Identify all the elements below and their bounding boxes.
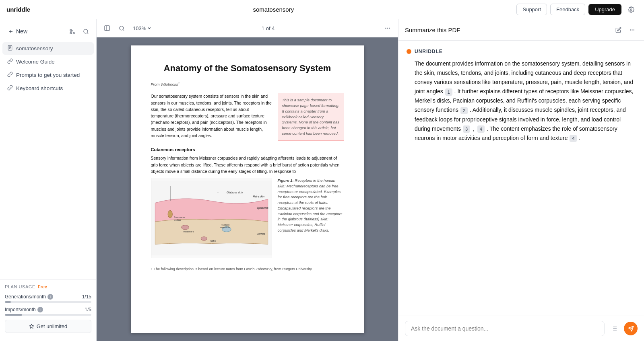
svg-point-16 xyxy=(387,28,388,29)
top-nav-left: unriddle xyxy=(6,6,30,13)
cite-badge-3[interactable]: 3 xyxy=(463,125,470,133)
upgrade-button[interactable]: Upgrade xyxy=(588,4,621,15)
send-icon xyxy=(628,326,634,332)
cite-badge-1[interactable]: 1 xyxy=(445,88,452,96)
settings-icon-button[interactable] xyxy=(625,3,638,16)
pdf-figure-area: Hairy skin – Glabrous skin Epidermis Der… xyxy=(151,178,344,258)
pdf-document-title: Anatomy of the Somatosensory System xyxy=(151,62,344,75)
sidebar-toggle-icon xyxy=(104,25,110,31)
svg-point-27 xyxy=(201,237,207,240)
cite-badge-4b[interactable]: 4 xyxy=(570,135,577,142)
svg-text:–: – xyxy=(217,191,219,194)
sidebar-item-welcome[interactable]: Welcome Guide xyxy=(2,55,94,68)
imports-info-icon[interactable]: i xyxy=(37,307,43,312)
svg-point-35 xyxy=(630,29,631,31)
sidebar-search-button[interactable] xyxy=(80,26,91,37)
imports-label: Imports/month i xyxy=(5,307,43,312)
svg-point-3 xyxy=(73,32,74,34)
sidebar-icon-group xyxy=(66,26,91,37)
pdf-toolbar-left: 103% xyxy=(101,23,154,34)
support-button[interactable]: Support xyxy=(516,4,547,15)
right-panel-more-button[interactable] xyxy=(626,24,638,35)
svg-point-36 xyxy=(632,29,633,31)
pdf-sidebar-note: This is a sample document to showcase pa… xyxy=(278,93,344,140)
sparkle-icon xyxy=(29,324,34,329)
cite-badge-2[interactable]: 2 xyxy=(460,107,468,114)
pdf-footer-note: 1 The following description is based on … xyxy=(151,264,344,272)
main-layout: New somatosensory Welcome Guide xyxy=(0,19,644,341)
sidebar-bottom: PLAN USAGE Free Generations/month i 1/15 xyxy=(0,279,96,338)
more-dots-icon-right xyxy=(629,27,635,33)
link-icon-2 xyxy=(7,72,13,78)
plan-usage-header: PLAN USAGE Free xyxy=(5,284,91,289)
right-panel-body: UNRIDDLE The document provides informati… xyxy=(398,41,644,316)
svg-point-6 xyxy=(83,29,87,33)
imports-header: Imports/month i 1/5 xyxy=(5,307,91,312)
send-button[interactable] xyxy=(624,322,638,335)
sidebar-item-label: Welcome Guide xyxy=(16,59,55,65)
svg-text:Ruffini: Ruffini xyxy=(209,240,216,242)
pdf-scroll[interactable]: Anatomy of the Somatosensory System From… xyxy=(97,37,398,341)
generations-info-icon[interactable]: i xyxy=(47,294,53,300)
sidebar: New somatosensory Welcome Guide xyxy=(0,19,97,341)
generations-progress-fill xyxy=(5,301,11,303)
doc-title-nav: somatosensory xyxy=(253,6,294,13)
sidebar-branch-button[interactable] xyxy=(66,26,78,37)
svg-text:ending: ending xyxy=(174,219,181,221)
get-unlimited-label: Get unlimited xyxy=(37,323,68,329)
pdf-toolbar-center: 1 of 4 xyxy=(262,25,275,31)
branch-icon xyxy=(69,29,75,35)
pdf-search-button[interactable] xyxy=(116,23,127,34)
top-nav: unriddle somatosensory Support Feedback … xyxy=(0,0,644,19)
pdf-diagram: Hairy skin – Glabrous skin Epidermis Der… xyxy=(151,178,272,258)
plan-usage-label: PLAN USAGE xyxy=(5,284,35,289)
edit-button[interactable] xyxy=(613,24,624,35)
svg-text:Hairy skin: Hairy skin xyxy=(253,195,264,198)
ask-input[interactable] xyxy=(405,321,605,336)
generations-usage-row: Generations/month i 1/15 xyxy=(5,294,91,303)
svg-text:Free nerve: Free nerve xyxy=(174,216,185,218)
svg-point-5 xyxy=(70,32,71,34)
more-options-button[interactable] xyxy=(382,23,393,34)
list-icon xyxy=(611,325,617,332)
feedback-button[interactable]: Feedback xyxy=(550,4,585,15)
page-count: 1 of 4 xyxy=(262,25,275,31)
more-dots-icon xyxy=(384,25,391,31)
settings-icon xyxy=(628,6,634,13)
svg-text:Glabrous skin: Glabrous skin xyxy=(226,191,242,194)
generations-count: 1/15 xyxy=(82,294,91,300)
svg-point-4 xyxy=(70,29,71,31)
unriddle-indicator: UNRIDDLE xyxy=(407,49,636,54)
svg-point-17 xyxy=(389,28,390,29)
sidebar-toggle-button[interactable] xyxy=(101,23,113,34)
new-button[interactable]: New xyxy=(5,26,31,37)
pdf-intro-text: Our somatosensory system consists of sen… xyxy=(151,93,272,140)
imports-usage-row: Imports/month i 1/5 xyxy=(5,307,91,316)
svg-point-15 xyxy=(385,28,386,29)
cite-badge-4a[interactable]: 4 xyxy=(477,125,485,133)
link-icon-3 xyxy=(7,85,13,92)
right-panel: Summarize this PDF UNRIDDLE The document… xyxy=(398,19,644,341)
sidebar-top: New xyxy=(0,23,96,42)
pdf-source: From Wikibooks1 xyxy=(151,81,344,87)
pdf-search-icon xyxy=(119,25,125,31)
sidebar-item-prompts[interactable]: Prompts to get you started xyxy=(2,69,94,81)
edit-icon xyxy=(615,27,621,33)
svg-point-25 xyxy=(168,210,172,218)
summary-dot: . xyxy=(579,135,580,141)
unriddle-dot xyxy=(407,49,411,54)
pdf-figure-caption: Figure 1: Receptors in the human skin: M… xyxy=(278,178,344,258)
link-icon xyxy=(7,58,13,65)
sidebar-item-label: somatosensory xyxy=(16,45,53,51)
svg-point-26 xyxy=(181,225,189,230)
sidebar-item-label: Prompts to get you started xyxy=(16,72,80,78)
sidebar-item-shortcuts[interactable]: Keyboard shortcuts xyxy=(2,82,94,94)
imports-progress-bar xyxy=(5,314,91,316)
format-button[interactable] xyxy=(608,322,621,335)
sidebar-item-somatosensory[interactable]: somatosensory xyxy=(2,42,94,55)
plus-icon xyxy=(8,29,14,34)
get-unlimited-button[interactable]: Get unlimited xyxy=(5,320,91,333)
doc-title-area: somatosensory xyxy=(253,6,294,13)
pdf-page: Anatomy of the Somatosensory System From… xyxy=(131,45,364,333)
zoom-control[interactable]: 103% xyxy=(130,25,154,32)
